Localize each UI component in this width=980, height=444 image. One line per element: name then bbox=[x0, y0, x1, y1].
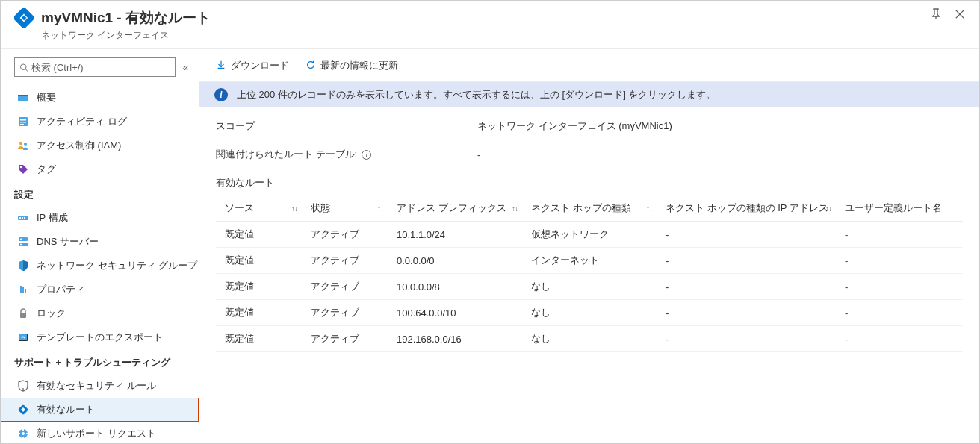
download-icon bbox=[216, 60, 226, 72]
cell-prefix: 10.0.0.0/8 bbox=[388, 274, 522, 300]
cell-ip: - bbox=[657, 222, 836, 248]
svg-rect-34 bbox=[22, 437, 24, 439]
cell-state: アクティブ bbox=[302, 222, 388, 248]
svg-point-21 bbox=[20, 239, 22, 240]
column-header[interactable]: ユーザー定義ルート名 bbox=[836, 196, 963, 222]
svg-rect-20 bbox=[19, 243, 28, 246]
sidebar-item-dns[interactable]: DNS サーバー bbox=[1, 230, 199, 254]
sidebar-item-lock[interactable]: ロック bbox=[1, 301, 199, 325]
cell-hop: なし bbox=[522, 326, 657, 352]
sidebar-item-activity[interactable]: アクティビティ ログ bbox=[1, 110, 199, 134]
column-header[interactable]: 状態↑↓ bbox=[302, 196, 388, 222]
svg-rect-7 bbox=[18, 95, 28, 96]
page-subtitle: ネットワーク インターフェイス bbox=[41, 29, 930, 42]
sidebar-search[interactable] bbox=[14, 57, 176, 77]
sidebar-item-label: タグ bbox=[37, 163, 56, 176]
cell-ip: - bbox=[657, 300, 836, 326]
sort-icon: ↑↓ bbox=[646, 204, 652, 213]
svg-point-22 bbox=[20, 244, 22, 246]
cell-user: - bbox=[836, 274, 963, 300]
cell-src: 既定値 bbox=[216, 274, 302, 300]
sidebar-item-effroute[interactable]: 有効なルート bbox=[1, 398, 199, 422]
resource-icon bbox=[14, 8, 34, 28]
export-icon bbox=[17, 331, 29, 343]
tags-icon bbox=[17, 163, 29, 175]
info-tooltip-icon[interactable]: i bbox=[362, 150, 371, 160]
sidebar-item-effsec[interactable]: 有効なセキュリティ ルール bbox=[1, 374, 199, 398]
effsec-icon bbox=[17, 380, 29, 392]
table-row[interactable]: 既定値アクティブ0.0.0.0/0インターネット-- bbox=[216, 248, 963, 274]
svg-line-5 bbox=[25, 69, 28, 71]
sidebar-group-heading: 設定 bbox=[1, 181, 199, 206]
svg-rect-11 bbox=[20, 124, 24, 125]
search-input[interactable] bbox=[31, 62, 170, 73]
cell-hop: 仮想ネットワーク bbox=[522, 222, 657, 248]
sidebar-item-tags[interactable]: タグ bbox=[1, 157, 199, 181]
svg-point-32 bbox=[22, 432, 25, 435]
sidebar-item-ipconfig[interactable]: IP 構成 bbox=[1, 206, 199, 230]
sidebar-item-label: アクセス制御 (IAM) bbox=[37, 139, 121, 152]
scope-label: スコープ bbox=[216, 119, 477, 133]
cell-user: - bbox=[836, 326, 963, 352]
sidebar-item-export[interactable]: テンプレートのエクスポート bbox=[1, 325, 199, 349]
svg-point-13 bbox=[24, 143, 27, 146]
refresh-button[interactable]: 最新の情報に更新 bbox=[306, 59, 398, 72]
svg-rect-33 bbox=[22, 428, 24, 431]
sort-icon: ↑↓ bbox=[377, 204, 383, 213]
sort-icon: ↑↓ bbox=[291, 204, 297, 213]
cell-ip: - bbox=[657, 326, 836, 352]
effroute-icon bbox=[17, 404, 29, 416]
collapse-sidebar-button[interactable]: « bbox=[183, 62, 188, 73]
svg-point-14 bbox=[20, 166, 22, 168]
lock-icon bbox=[17, 307, 29, 319]
support-icon bbox=[17, 428, 29, 440]
svg-rect-25 bbox=[25, 289, 26, 293]
sidebar-item-iam[interactable]: アクセス制御 (IAM) bbox=[1, 134, 199, 157]
sidebar-item-support[interactable]: 新しいサポート リクエスト bbox=[1, 422, 199, 444]
cell-prefix: 100.64.0.0/10 bbox=[388, 300, 522, 326]
sidebar-item-label: 有効なルート bbox=[37, 403, 95, 416]
sidebar-item-label: プロパティ bbox=[37, 283, 85, 296]
sidebar-item-label: IP 構成 bbox=[37, 211, 68, 225]
column-header[interactable]: ネクスト ホップの種類↑↓ bbox=[522, 196, 657, 222]
table-row[interactable]: 既定値アクティブ10.1.1.0/24仮想ネットワーク-- bbox=[216, 222, 963, 248]
download-button[interactable]: ダウンロード bbox=[216, 59, 289, 72]
cell-user: - bbox=[836, 248, 963, 274]
svg-rect-23 bbox=[20, 286, 22, 293]
cell-src: 既定値 bbox=[216, 248, 302, 274]
table-row[interactable]: 既定値アクティブ100.64.0.0/10なし-- bbox=[216, 300, 963, 326]
route-table-value: - bbox=[477, 149, 480, 160]
cell-src: 既定値 bbox=[216, 222, 302, 248]
svg-point-4 bbox=[20, 64, 25, 69]
sidebar-item-props[interactable]: プロパティ bbox=[1, 278, 199, 301]
svg-rect-19 bbox=[19, 237, 28, 241]
cell-hop: インターネット bbox=[522, 248, 657, 274]
pin-button[interactable] bbox=[930, 8, 942, 20]
sort-icon: ↑↓ bbox=[512, 204, 518, 213]
cell-src: 既定値 bbox=[216, 326, 302, 352]
sidebar-item-label: DNS サーバー bbox=[37, 235, 99, 248]
sidebar-item-label: 新しいサポート リクエスト bbox=[37, 427, 156, 440]
column-header[interactable]: ソース↑↓ bbox=[216, 196, 302, 222]
sidebar-item-overview[interactable]: 概要 bbox=[1, 86, 199, 110]
column-header[interactable]: ネクスト ホップの種類の IP アドレス↑↓ bbox=[657, 196, 836, 222]
cell-prefix: 0.0.0.0/0 bbox=[388, 248, 522, 274]
cell-user: - bbox=[836, 300, 963, 326]
scope-value: ネットワーク インターフェイス (myVMNic1) bbox=[477, 119, 672, 133]
sidebar-item-nsg[interactable]: ネットワーク セキュリティ グループ bbox=[1, 254, 199, 278]
svg-rect-0 bbox=[14, 8, 34, 28]
download-label: ダウンロード bbox=[231, 59, 289, 72]
sidebar-item-label: ロック bbox=[37, 307, 66, 320]
svg-rect-10 bbox=[20, 122, 26, 123]
column-header[interactable]: アドレス プレフィックス↑↓ bbox=[388, 196, 522, 222]
table-row[interactable]: 既定値アクティブ192.168.0.0/16なし-- bbox=[216, 326, 963, 352]
svg-rect-28 bbox=[19, 334, 27, 340]
dns-icon bbox=[17, 236, 29, 248]
info-bar: i 上位 200 件のレコードのみを表示しています。すべて表示するには、上の [… bbox=[199, 82, 979, 107]
sidebar-group-heading: サポート + トラブルシューティング bbox=[1, 349, 199, 374]
ip-icon bbox=[17, 212, 29, 224]
svg-rect-36 bbox=[26, 433, 28, 434]
svg-rect-35 bbox=[18, 433, 20, 434]
close-button[interactable] bbox=[954, 8, 966, 20]
table-row[interactable]: 既定値アクティブ10.0.0.0/8なし-- bbox=[216, 274, 963, 300]
